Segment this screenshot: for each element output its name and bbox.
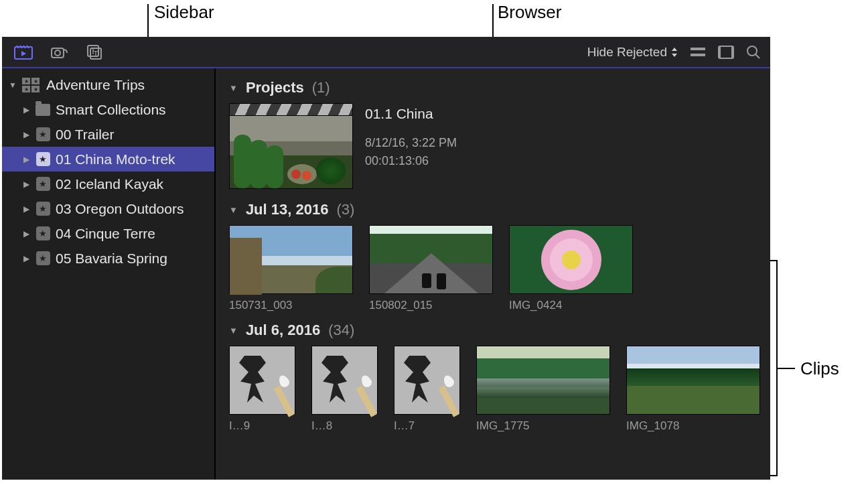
- clapper-icon: [229, 103, 353, 115]
- svg-text:★: ★: [24, 86, 29, 92]
- event-icon: [35, 177, 50, 192]
- sidebar-item-label: Smart Collections: [56, 102, 166, 118]
- sidebar-item-05-bavaria[interactable]: ▶ 05 Bavaria Spring: [2, 246, 214, 271]
- popup-arrows-icon: [671, 48, 678, 57]
- event-icon: [35, 251, 50, 266]
- clip-item[interactable]: IMG_1775: [476, 346, 610, 433]
- clip-label: 150802_015: [369, 299, 493, 312]
- clip-item[interactable]: IMG_1078: [626, 346, 760, 433]
- project-duration: 00:01:13:06: [365, 152, 457, 170]
- section-count: (3): [336, 201, 354, 218]
- disclosure-triangle-icon[interactable]: ▶: [22, 229, 30, 238]
- sidebar-item-02-iceland[interactable]: ▶ 02 Iceland Kayak: [2, 171, 214, 196]
- clip-label: I…9: [229, 419, 295, 433]
- project-item[interactable]: 01.1 China 8/12/16, 3:22 PM 00:01:13:06: [229, 103, 757, 189]
- search-icon[interactable]: [746, 45, 761, 60]
- clip-appearance-icon[interactable]: [718, 46, 734, 59]
- clip-item[interactable]: I…7: [394, 346, 460, 433]
- disclosure-triangle-icon[interactable]: ▶: [22, 180, 30, 189]
- clips-row: 150731_003 150802_015 IMG_0424: [229, 225, 757, 312]
- sidebar-item-label: 05 Bavaria Spring: [56, 251, 167, 267]
- clip-thumbnail[interactable]: [369, 225, 493, 294]
- disclosure-triangle-icon[interactable]: ▼: [229, 326, 238, 336]
- clip-item[interactable]: I…8: [311, 346, 378, 433]
- annotation-sidebar: Sidebar: [154, 2, 214, 23]
- sidebar-item-label: 00 Trailer: [56, 127, 115, 143]
- photos-audio-tab-icon[interactable]: [50, 44, 69, 60]
- sidebar-item-04-cinque[interactable]: ▶ 04 Cinque Terre: [2, 221, 214, 246]
- disclosure-triangle-icon[interactable]: ▶: [22, 155, 30, 164]
- svg-rect-12: [731, 46, 733, 58]
- clip-item[interactable]: 150731_003: [229, 225, 353, 312]
- clip-label: I…7: [394, 419, 460, 433]
- browser: ▼ Projects (1) 01.1 China 8/12/16, 3:22 …: [216, 68, 770, 480]
- project-title: 01.1 China: [365, 106, 457, 122]
- library-icon: ★★★★: [22, 78, 41, 92]
- section-count: (34): [328, 322, 354, 339]
- section-header-group2[interactable]: ▼ Jul 6, 2016 (34): [229, 322, 757, 339]
- disclosure-triangle-icon[interactable]: ▼: [229, 205, 238, 215]
- toolbar: TT Hide Rejected: [2, 37, 770, 68]
- event-icon: [35, 127, 50, 142]
- event-icon: [35, 202, 50, 216]
- project-metadata: 01.1 China 8/12/16, 3:22 PM 00:01:13:06: [365, 103, 457, 189]
- disclosure-triangle-icon[interactable]: ▼: [229, 83, 238, 93]
- svg-text:★: ★: [33, 78, 38, 84]
- clip-thumbnail[interactable]: [229, 225, 353, 294]
- svg-marker-1: [21, 51, 26, 56]
- folder-icon: [35, 102, 50, 117]
- clip-label: I…8: [311, 419, 378, 433]
- clip-thumbnail[interactable]: [626, 346, 760, 415]
- app-window: TT Hide Rejected ▼: [2, 37, 770, 480]
- svg-point-13: [747, 46, 757, 56]
- svg-point-3: [55, 50, 60, 56]
- sidebar-item-label: 02 Iceland Kayak: [56, 176, 163, 192]
- section-header-group1[interactable]: ▼ Jul 13, 2016 (3): [229, 201, 757, 218]
- section-title: Jul 13, 2016: [246, 201, 329, 218]
- event-icon: [35, 226, 50, 241]
- sidebar: ▼ ★★★★ Adventure Trips ▶ Smart Collectio…: [2, 68, 216, 480]
- section-title: Projects: [246, 79, 304, 96]
- sidebar-item-smart-collections[interactable]: ▶ Smart Collections: [2, 97, 214, 122]
- svg-rect-10: [719, 46, 733, 58]
- sidebar-item-00-trailer[interactable]: ▶ 00 Trailer: [2, 122, 214, 147]
- filter-popup[interactable]: Hide Rejected: [587, 45, 678, 60]
- disclosure-triangle-icon[interactable]: ▶: [22, 130, 30, 139]
- list-view-icon[interactable]: [690, 46, 706, 58]
- clip-thumbnail[interactable]: [229, 346, 295, 415]
- clip-item[interactable]: 150802_015: [369, 225, 493, 312]
- annotation-browser: Browser: [498, 2, 561, 23]
- clip-item[interactable]: IMG_0424: [509, 225, 633, 312]
- project-thumbnail-image: [229, 115, 353, 189]
- svg-rect-9: [691, 54, 705, 56]
- titles-tab-icon[interactable]: TT: [86, 44, 105, 60]
- clip-label: IMG_0424: [509, 299, 633, 312]
- disclosure-triangle-icon[interactable]: ▶: [22, 254, 30, 263]
- disclosure-triangle-icon[interactable]: ▼: [9, 80, 17, 90]
- filter-popup-label: Hide Rejected: [587, 45, 667, 60]
- sidebar-item-01-china[interactable]: ▶ 01 China Moto-trek: [2, 147, 214, 171]
- sidebar-library-label: Adventure Trips: [46, 77, 145, 93]
- section-header-projects[interactable]: ▼ Projects (1): [229, 79, 757, 96]
- svg-text:★: ★: [33, 86, 38, 92]
- clip-label: IMG_1775: [476, 419, 610, 433]
- clip-label: IMG_1078: [626, 419, 760, 433]
- svg-rect-11: [719, 46, 721, 58]
- svg-text:★: ★: [24, 78, 29, 84]
- library-tab-icon[interactable]: [14, 44, 33, 60]
- svg-line-14: [755, 54, 760, 58]
- project-thumbnail[interactable]: [229, 103, 353, 189]
- disclosure-triangle-icon[interactable]: ▶: [22, 204, 30, 214]
- clip-item[interactable]: I…9: [229, 346, 295, 433]
- clips-row: I…9 I…8 I…7 IMG_1775 IMG_1078: [229, 346, 757, 433]
- disclosure-triangle-icon[interactable]: ▶: [22, 105, 30, 115]
- sidebar-library[interactable]: ▼ ★★★★ Adventure Trips: [2, 72, 214, 97]
- clip-thumbnail[interactable]: [509, 225, 633, 294]
- sidebar-item-label: 01 China Moto-trek: [56, 151, 175, 167]
- clip-thumbnail[interactable]: [476, 346, 610, 415]
- clip-thumbnail[interactable]: [394, 346, 460, 415]
- sidebar-item-03-oregon[interactable]: ▶ 03 Oregon Outdoors: [2, 196, 214, 221]
- sidebar-item-label: 04 Cinque Terre: [56, 226, 155, 242]
- clip-thumbnail[interactable]: [311, 346, 378, 415]
- sidebar-item-label: 03 Oregon Outdoors: [56, 201, 184, 217]
